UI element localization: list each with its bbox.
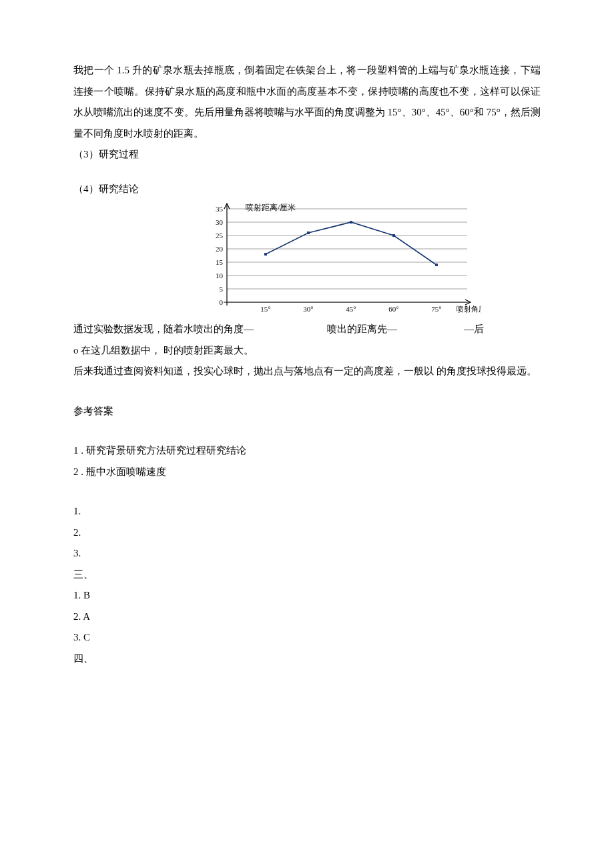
ytick-5: 5 (220, 285, 224, 293)
ytick-25: 25 (216, 232, 224, 240)
finding-mid: 喷出的距离先— (327, 319, 397, 340)
answer-1: 1 . 研究背景研究方法研究过程研究结论 (73, 440, 541, 462)
ytick-15: 15 (216, 258, 224, 266)
section-three-item-3: 3. C (73, 627, 541, 648)
svg-rect-14 (435, 264, 438, 266)
blank-item-1: 1. (73, 501, 541, 522)
section-four-heading: 四、 (73, 648, 541, 670)
finding-line-2: o 在这几组数据中， 时的喷射距离最大。 (73, 340, 541, 362)
section-three-heading: 三、 (73, 564, 541, 586)
answer-2: 2 . 瓶中水面喷嘴速度 (73, 462, 541, 483)
blank-item-3: 3. (73, 543, 541, 564)
chart-xlabel: 喷射角度 (456, 305, 481, 313)
xcat-45: 45° (346, 305, 356, 313)
answers-heading: 参考答案 (73, 401, 541, 422)
section-three-item-1: 1. B (73, 585, 541, 606)
ytick-0: 0 (220, 298, 224, 306)
xcat-75: 75° (431, 305, 441, 313)
ytick-10: 10 (216, 272, 224, 280)
chart-container: 0 5 10 15 20 25 30 35 喷射距离/厘米 15° 30° 45… (200, 202, 541, 319)
svg-rect-12 (350, 221, 352, 224)
chart-ylabel: 喷射距离/厘米 (246, 203, 296, 212)
ytick-35: 35 (216, 205, 224, 213)
page: 我把一个 1.5 升的矿泉水瓶去掉瓶底，倒着固定在铁架台上，将一段塑料管的上端与… (0, 0, 614, 868)
xcat-60: 60° (388, 305, 398, 313)
svg-rect-11 (307, 232, 310, 234)
section-4-heading: （4）研究结论 (73, 179, 541, 200)
followup-paragraph: 后来我通过查阅资料知道，投实心球时，抛出点与落地点有一定的高度差，一般以 的角度… (73, 361, 541, 382)
svg-rect-10 (264, 253, 267, 256)
finding-line-1: 通过实验数据发现，随着水喷出的角度— 喷出的距离先— —后 (73, 319, 541, 340)
finding-prefix: 通过实验数据发现，随着水喷出的角度— (73, 319, 254, 340)
chart-series-line (266, 222, 436, 265)
blank-item-2: 2. (73, 522, 541, 544)
xcat-15: 15° (260, 305, 270, 313)
section-3-heading: （3）研究过程 (73, 144, 541, 165)
svg-rect-13 (392, 234, 395, 237)
section-three-item-2: 2. A (73, 606, 541, 628)
paragraph-intro: 我把一个 1.5 升的矿泉水瓶去掉瓶底，倒着固定在铁架台上，将一段塑料管的上端与… (73, 60, 541, 144)
ytick-20: 20 (216, 245, 224, 253)
finding-suffix: —后 (464, 319, 484, 340)
xcat-30: 30° (303, 305, 313, 313)
spray-distance-chart: 0 5 10 15 20 25 30 35 喷射距离/厘米 15° 30° 45… (200, 202, 481, 319)
ytick-30: 30 (216, 218, 224, 226)
